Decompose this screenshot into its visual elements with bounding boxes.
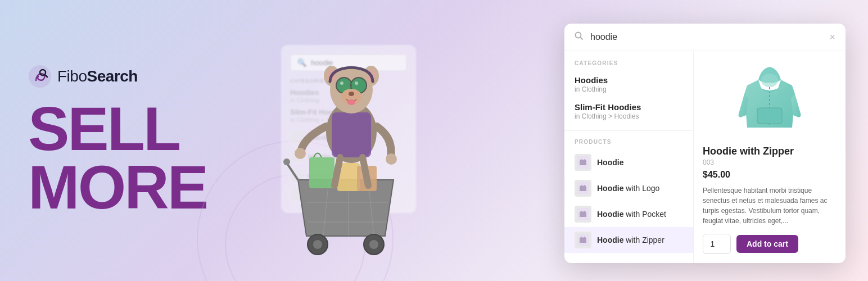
right-section: × CATEGORIES Hoodies in Clothing Sli xyxy=(427,18,868,263)
add-to-cart-button[interactable]: Add to cart xyxy=(736,235,798,253)
category-name-hoodies: Hoodies xyxy=(575,75,683,85)
categories-label: CATEGORIES xyxy=(564,60,693,71)
quantity-input[interactable] xyxy=(703,234,731,254)
search-bar: × xyxy=(564,24,846,51)
product-name-hoodie: Hoodie xyxy=(597,158,623,167)
svg-point-26 xyxy=(340,81,343,85)
svg-rect-41 xyxy=(757,108,782,124)
svg-rect-17 xyxy=(332,112,371,157)
products-label: PRODUCTS xyxy=(564,139,693,149)
character-illustration xyxy=(270,45,427,281)
svg-point-0 xyxy=(29,65,51,88)
clear-button[interactable]: × xyxy=(829,32,835,42)
product-image-area xyxy=(703,60,837,139)
svg-point-32 xyxy=(386,153,397,165)
product-row-hoodie-zipper[interactable]: Hoodie with Zipper xyxy=(564,227,693,253)
category-item-hoodies[interactable]: Hoodies in Clothing xyxy=(564,71,693,98)
product-detail-price: $45.00 xyxy=(703,170,837,180)
svg-point-27 xyxy=(355,81,358,85)
search-icon xyxy=(575,31,584,43)
svg-point-30 xyxy=(347,99,355,105)
search-widget: × CATEGORIES Hoodies in Clothing Sli xyxy=(564,24,846,263)
svg-point-31 xyxy=(295,148,306,159)
svg-rect-13 xyxy=(309,157,334,188)
divider xyxy=(564,130,693,131)
product-detail-name: Hoodie with Zipper xyxy=(703,146,837,157)
product-actions: Add to cart xyxy=(703,234,837,254)
logo-search: Search xyxy=(87,67,137,85)
fibosearch-logo-icon xyxy=(28,65,52,88)
product-row-hoodie-logo[interactable]: Hoodie with Logo xyxy=(564,175,693,201)
product-thumb-hoodie-pocket xyxy=(575,206,591,223)
products-section: PRODUCTS Hoodie Hoodie with Logo xyxy=(564,137,693,253)
product-detail-sku: 003 xyxy=(703,158,837,166)
svg-point-8 xyxy=(283,158,290,165)
svg-line-34 xyxy=(581,38,583,40)
product-name-hoodie-logo: Hoodie with Logo xyxy=(597,184,659,193)
headline-line1: SELL xyxy=(28,99,242,158)
product-name-hoodie-zipper: Hoodie with Zipper xyxy=(597,235,664,244)
widget-body: CATEGORIES Hoodies in Clothing Slim-Fit … xyxy=(564,51,846,263)
product-thumb-hoodie-logo xyxy=(575,180,591,197)
widget-right-panel: Hoodie with Zipper 003 $45.00 Pellentesq… xyxy=(694,51,846,263)
product-row-hoodie-pocket[interactable]: Hoodie with Pocket xyxy=(564,201,693,227)
category-name-slim-fit: Slim-Fit Hoodies xyxy=(575,102,683,112)
logo-fibo: Fibo xyxy=(57,67,87,85)
logo-text: FiboSearch xyxy=(57,67,138,85)
product-detail-description: Pellentesque habitant morbi tristique se… xyxy=(703,185,837,226)
product-thumb-hoodie xyxy=(575,154,591,171)
svg-point-12 xyxy=(369,240,378,249)
logo: FiboSearch xyxy=(28,65,242,88)
svg-point-29 xyxy=(349,92,354,96)
search-input[interactable] xyxy=(590,32,822,42)
svg-point-39 xyxy=(761,74,778,87)
product-row-hoodie[interactable]: Hoodie xyxy=(564,149,693,175)
svg-point-10 xyxy=(313,240,322,249)
category-sub-hoodies: in Clothing xyxy=(575,85,683,93)
middle-section: 🔍 hoodie CATEGORIES Hoodies in Clothing … xyxy=(270,0,427,281)
category-item-slim-fit[interactable]: Slim-Fit Hoodies in Clothing > Hoodies xyxy=(564,98,693,125)
category-sub-slim-fit: in Clothing > Hoodies xyxy=(575,112,683,120)
product-name-hoodie-pocket: Hoodie with Pocket xyxy=(597,210,666,219)
banner: FiboSearch SELL MORE 🔍 hoodie CATEGORIES… xyxy=(0,0,868,281)
widget-left-panel: CATEGORIES Hoodies in Clothing Slim-Fit … xyxy=(564,51,694,263)
product-image xyxy=(730,60,809,139)
product-thumb-hoodie-zipper xyxy=(575,232,591,248)
